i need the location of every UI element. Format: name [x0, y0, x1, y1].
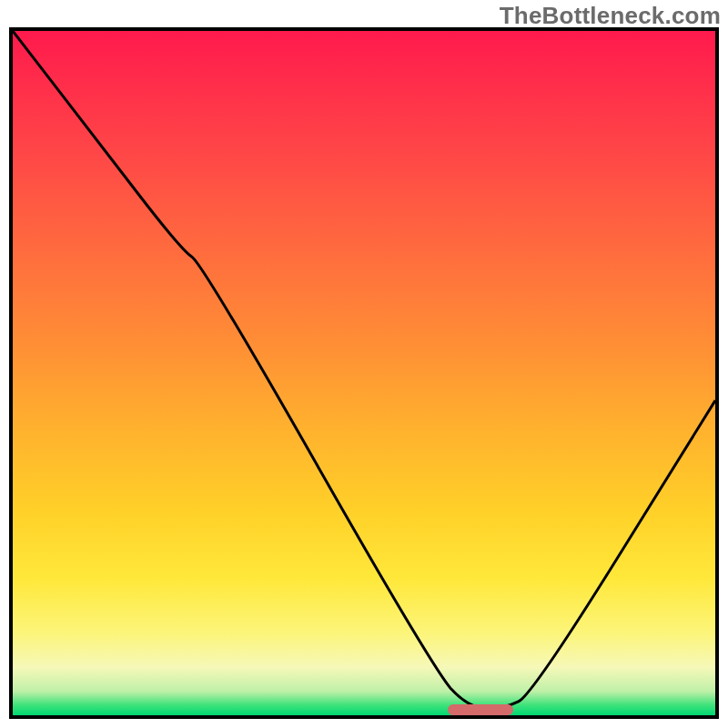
optimal-zone-marker [448, 704, 514, 715]
plot-border [9, 27, 719, 719]
curve-path [13, 31, 715, 709]
watermark-text: TheBottleneck.com [500, 2, 721, 30]
plot-area [13, 31, 715, 715]
chart-frame: TheBottleneck.com [0, 0, 728, 728]
bottleneck-curve [13, 31, 715, 715]
